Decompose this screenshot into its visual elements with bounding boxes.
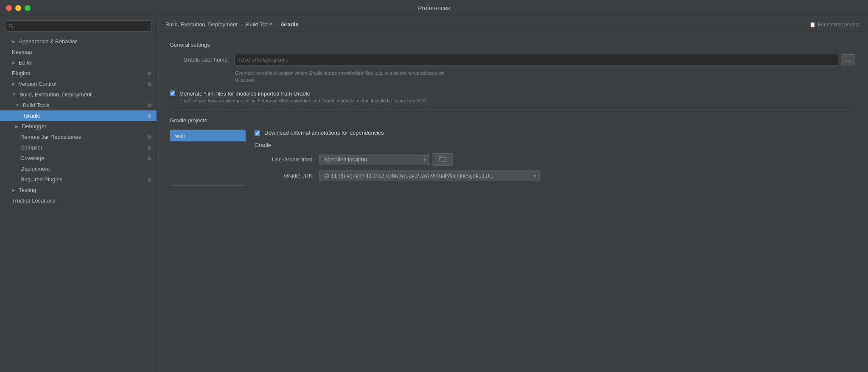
gradle-user-home-label: Gradle user home: [170, 56, 229, 63]
sidebar-item-plugins[interactable]: Plugins ⧉ [0, 68, 157, 79]
search-wrapper [5, 20, 151, 32]
gradle-jdk-row: Gradle JDK: 🗂 11 (3) version 11.0.12 /Li… [255, 170, 855, 181]
sidebar-item-label: Debugger [22, 123, 46, 130]
svg-line-1 [12, 27, 13, 28]
chevron-right-icon: ▶ [12, 82, 15, 86]
project-label: For current project [818, 22, 860, 28]
sidebar-item-label: Build Tools [23, 102, 50, 108]
sidebar-item-label: Remote Jar Repositories [20, 134, 81, 140]
download-annotations-checkbox[interactable] [255, 130, 260, 136]
copy-icon: ⧉ [148, 113, 151, 119]
gradle-user-home-row: Gradle user home: ... [170, 54, 855, 65]
sidebar-item-version-control[interactable]: ▶ Version Control ⧉ [0, 79, 157, 89]
copy-icon: ⧉ [148, 81, 151, 87]
sidebar-item-coverage[interactable]: Coverage ⧉ [0, 153, 157, 163]
sidebar-item-keymap[interactable]: Keymap [0, 47, 157, 57]
content-body: General settings Gradle user home: ... O… [157, 33, 868, 372]
breadcrumb-item-2: Build Tools [246, 21, 273, 28]
sidebar-item-label: Deployment [20, 166, 50, 172]
sidebar-item-label: Editor [19, 59, 33, 66]
sidebar: ▶ Appearance & Behavior Keymap ▶ Editor … [0, 16, 157, 372]
download-annotations-row: Download external annotations for depend… [255, 130, 855, 136]
sidebar-item-label: Keymap [12, 49, 32, 55]
copy-icon: ⧉ [148, 177, 151, 183]
title-bar: Preferences [0, 0, 868, 16]
sidebar-item-label: Testing [19, 187, 36, 193]
gradle-sub-section: Gradle Use Gradle from: Specified locati… [255, 142, 855, 181]
sidebar-item-deployment[interactable]: Deployment [0, 163, 157, 174]
breadcrumb-separator-2: › [276, 22, 277, 28]
minimize-button[interactable] [15, 5, 21, 11]
breadcrumb-item-3: Gradle [281, 21, 298, 28]
chevron-down-icon: ▼ [15, 103, 20, 107]
sidebar-item-label: Version Control [19, 81, 56, 87]
gradle-user-home-browse-button[interactable]: ... [841, 54, 855, 65]
sidebar-item-label: Build, Execution, Deployment [20, 91, 92, 98]
sidebar-item-required-plugins[interactable]: Required Plugins ⧉ [0, 174, 157, 185]
copy-icon: ⧉ [148, 134, 151, 140]
chevron-down-icon: ▼ [12, 92, 16, 97]
sidebar-item-label: Trusted Locations [12, 197, 56, 204]
sidebar-item-label: Compiler [20, 144, 42, 151]
gradle-jdk-select-wrapper: 🗂 11 (3) version 11.0.12 /Library/Java/J… [319, 170, 540, 181]
generate-iml-label-wrapper: Generate *.iml files for modules importe… [179, 90, 426, 103]
project-list-item-wuli[interactable]: wuli [170, 130, 246, 141]
gradle-projects-title: Gradle projects [170, 117, 855, 124]
copy-icon: ⧉ [148, 70, 151, 76]
download-annotations-label[interactable]: Download external annotations for depend… [264, 130, 384, 136]
chevron-right-icon: ▶ [12, 188, 15, 192]
gradle-user-home-help: Override the default location where Grad… [235, 70, 855, 84]
sidebar-item-gradle[interactable]: Gradle ⧉ [0, 110, 157, 121]
sidebar-item-compiler[interactable]: Compiler ⧉ [0, 142, 157, 153]
search-icon [8, 23, 14, 30]
gradle-section-title: Gradle [255, 142, 855, 148]
generate-iml-sublabel: Enable if you have a mixed project with … [179, 98, 426, 103]
gradle-user-home-input-wrapper: ... [234, 54, 855, 65]
window-title: Preferences [418, 5, 450, 11]
gradle-location-folder-button[interactable] [432, 153, 453, 166]
sidebar-item-editor[interactable]: ▶ Editor [0, 57, 157, 68]
generate-iml-row: Generate *.iml files for modules importe… [170, 90, 855, 103]
gradle-user-home-input[interactable] [234, 54, 838, 65]
generate-iml-checkbox[interactable] [170, 90, 175, 96]
generate-iml-label[interactable]: Generate *.iml files for modules importe… [179, 90, 310, 97]
sidebar-item-label: Gradle [24, 113, 40, 119]
use-gradle-from-label: Use Gradle from: [255, 156, 314, 163]
use-gradle-from-select[interactable]: Specified location Gradle wrapper Local … [319, 154, 429, 165]
breadcrumb-item-1: Build, Execution, Deployment [165, 21, 238, 28]
sidebar-item-debugger[interactable]: ▶ Debugger [0, 121, 157, 132]
use-gradle-from-row: Use Gradle from: Specified location Grad… [255, 153, 855, 166]
search-input[interactable] [5, 20, 151, 32]
sidebar-item-label: Appearance & Behavior [19, 38, 77, 45]
sidebar-item-appearance-behavior[interactable]: ▶ Appearance & Behavior [0, 36, 157, 47]
sidebar-item-build-tools[interactable]: ▼ Build Tools ⧉ [0, 100, 157, 110]
gradle-jdk-select[interactable]: 🗂 11 (3) version 11.0.12 /Library/Java/J… [319, 170, 540, 181]
maximize-button[interactable] [25, 5, 31, 11]
chevron-right-icon: ▶ [12, 60, 15, 65]
sidebar-item-remote-jar-repositories[interactable]: Remote Jar Repositories ⧉ [0, 132, 157, 142]
copy-icon: ⧉ [148, 155, 151, 161]
traffic-lights [6, 5, 31, 11]
breadcrumb-project: 📋 For current project [809, 22, 860, 28]
close-button[interactable] [6, 5, 12, 11]
content-area: Build, Execution, Deployment › Build Too… [157, 16, 868, 372]
svg-rect-2 [440, 158, 445, 161]
sidebar-item-trusted-locations[interactable]: Trusted Locations [0, 195, 157, 206]
sidebar-item-label: Required Plugins [20, 176, 62, 183]
breadcrumb: Build, Execution, Deployment › Build Too… [157, 16, 868, 33]
project-list: wuli [170, 130, 246, 186]
gradle-projects-container: wuli Download external annotations for d… [170, 130, 855, 186]
chevron-right-icon: ▶ [12, 39, 15, 44]
copy-icon: ⧉ [148, 145, 151, 151]
project-settings: Download external annotations for depend… [246, 130, 855, 186]
sidebar-item-label: Coverage [20, 155, 44, 161]
use-gradle-from-select-wrapper: Specified location Gradle wrapper Local … [319, 154, 429, 165]
divider-1 [170, 110, 855, 110]
chevron-right-icon: ▶ [15, 124, 19, 129]
use-gradle-from-input-wrapper: Specified location Gradle wrapper Local … [319, 153, 855, 166]
gradle-jdk-input-wrapper: 🗂 11 (3) version 11.0.12 /Library/Java/J… [319, 170, 855, 181]
sidebar-item-build-execution-deployment[interactable]: ▼ Build, Execution, Deployment [0, 89, 157, 100]
sidebar-item-testing[interactable]: ▶ Testing [0, 185, 157, 195]
main-layout: ▶ Appearance & Behavior Keymap ▶ Editor … [0, 16, 868, 372]
sidebar-item-label: Plugins [12, 70, 30, 76]
